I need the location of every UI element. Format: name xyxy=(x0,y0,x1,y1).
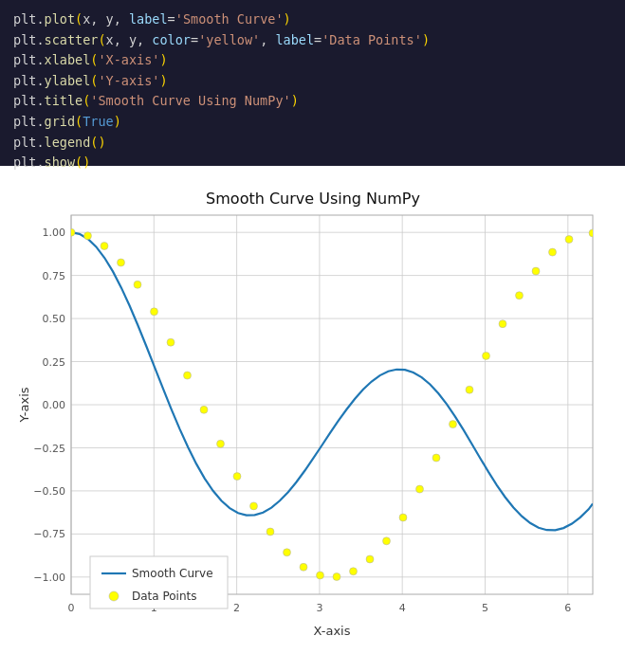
svg-point-60 xyxy=(482,352,489,359)
code-line: plt.legend() xyxy=(13,133,612,154)
chart-title: Smooth Curve Using NumPy xyxy=(206,190,420,208)
svg-point-57 xyxy=(432,454,440,462)
svg-point-41 xyxy=(167,338,175,346)
svg-point-47 xyxy=(267,528,274,536)
svg-point-39 xyxy=(134,281,141,288)
chart-section: Smooth Curve Using NumPy xyxy=(0,166,625,672)
svg-point-49 xyxy=(300,563,307,571)
code-line: plt.scatter(x, y, color='yellow', label=… xyxy=(13,30,612,51)
svg-point-61 xyxy=(499,320,506,328)
svg-text:6: 6 xyxy=(564,602,571,614)
svg-text:5: 5 xyxy=(482,602,488,614)
legend-smooth-curve: Smooth Curve xyxy=(132,567,213,580)
svg-text:−0.75: −0.75 xyxy=(33,528,65,540)
svg-text:2: 2 xyxy=(233,602,240,614)
chart-svg: Smooth Curve Using NumPy xyxy=(14,177,612,661)
svg-text:−0.25: −0.25 xyxy=(33,443,65,455)
svg-point-63 xyxy=(532,267,540,275)
svg-text:−1.00: −1.00 xyxy=(33,572,65,584)
svg-text:0.00: 0.00 xyxy=(42,399,65,411)
code-block: plt.plot(x, y, label='Smooth Curve')plt.… xyxy=(0,0,625,166)
svg-point-69 xyxy=(109,591,119,601)
svg-text:0.25: 0.25 xyxy=(42,356,65,369)
svg-text:0.50: 0.50 xyxy=(42,313,65,325)
svg-text:4: 4 xyxy=(398,602,405,614)
svg-point-38 xyxy=(117,259,124,266)
svg-point-56 xyxy=(415,485,423,493)
svg-point-44 xyxy=(216,440,224,447)
svg-point-52 xyxy=(349,568,357,575)
svg-text:−0.50: −0.50 xyxy=(33,485,65,498)
code-line: plt.title('Smooth Curve Using NumPy') xyxy=(13,91,612,112)
svg-point-58 xyxy=(449,421,456,428)
svg-point-54 xyxy=(382,537,390,545)
code-line: plt.ylabel('Y-axis') xyxy=(13,71,612,92)
svg-point-64 xyxy=(548,248,556,256)
svg-point-51 xyxy=(333,573,340,581)
code-line: plt.grid(True) xyxy=(13,112,612,133)
svg-point-43 xyxy=(200,406,208,413)
svg-text:3: 3 xyxy=(316,602,322,614)
svg-point-45 xyxy=(233,473,241,481)
svg-point-53 xyxy=(366,555,374,563)
legend-data-points: Data Points xyxy=(132,590,197,603)
x-axis-label: X-axis xyxy=(313,624,350,638)
svg-point-65 xyxy=(565,236,573,244)
svg-text:1.00: 1.00 xyxy=(42,227,65,239)
svg-point-62 xyxy=(515,292,523,300)
svg-text:0.75: 0.75 xyxy=(42,270,65,282)
code-line: plt.plot(x, y, label='Smooth Curve') xyxy=(13,9,612,30)
y-axis-label: Y-axis xyxy=(17,387,31,423)
svg-point-48 xyxy=(283,549,290,556)
svg-text:0: 0 xyxy=(67,602,74,614)
code-line: plt.xlabel('X-axis') xyxy=(13,50,612,71)
svg-point-42 xyxy=(183,372,191,379)
svg-point-50 xyxy=(316,572,323,579)
svg-point-37 xyxy=(101,243,108,250)
svg-point-36 xyxy=(83,232,91,240)
svg-point-40 xyxy=(150,308,157,316)
svg-point-55 xyxy=(399,514,407,521)
svg-point-59 xyxy=(466,386,473,393)
svg-point-46 xyxy=(249,502,257,510)
